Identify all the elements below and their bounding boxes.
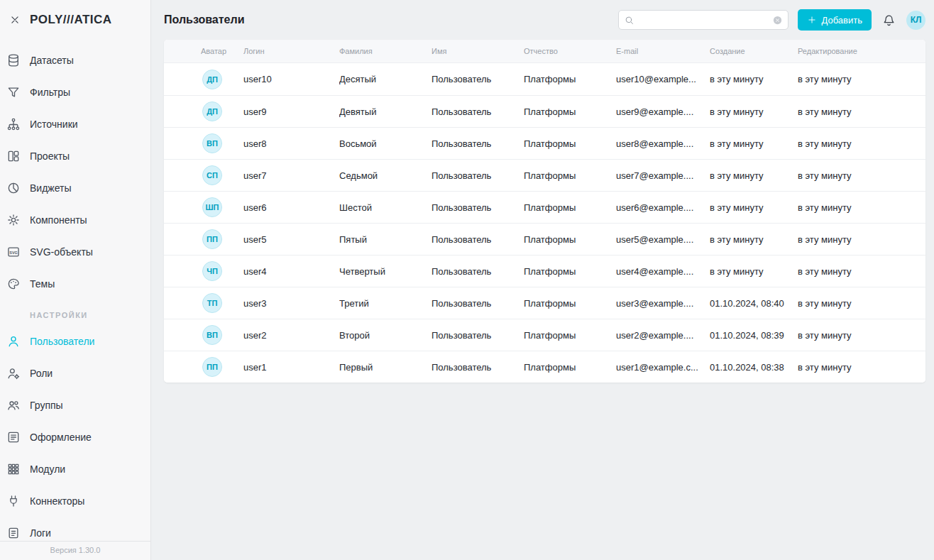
cell-edited: в эту минуту [798, 362, 925, 373]
table-row[interactable]: ТПuser3ТретийПользовательПлатформыuser3@… [164, 287, 925, 319]
add-button-label: Добавить [822, 15, 862, 26]
search-input[interactable] [639, 14, 768, 26]
notifications-button[interactable] [881, 12, 897, 28]
cell-surname: Первый [339, 362, 432, 373]
cell-name: Пользователь [432, 362, 524, 373]
roles-icon [6, 366, 21, 380]
cell-patronymic: Платформы [524, 362, 616, 373]
cell-login: user8 [243, 138, 339, 149]
table-row[interactable]: ДПuser9ДевятыйПользовательПлатформыuser9… [164, 95, 925, 127]
sidebar-item-appearance[interactable]: Оформление [0, 421, 150, 453]
users-icon [6, 334, 21, 348]
sidebar-item-label: Коннекторы [30, 495, 84, 507]
sidebar-item-themes[interactable]: Темы [0, 268, 150, 300]
cell-login: user2 [243, 330, 339, 341]
close-icon [10, 15, 20, 25]
projects-icon [6, 149, 21, 163]
topbar-actions: Добавить КЛ [618, 9, 925, 31]
table-row[interactable]: СПuser7СедьмойПользовательПлатформыuser7… [164, 159, 925, 191]
table-row[interactable]: ВПuser8ВосьмойПользовательПлатформыuser8… [164, 127, 925, 159]
sidebar-item-sources[interactable]: Источники [0, 108, 150, 140]
sidebar-item-datasets[interactable]: Датасеты [0, 44, 150, 76]
table-row[interactable]: ДПuser10ДесятыйПользовательПлатформыuser… [164, 63, 925, 95]
search-icon [624, 15, 634, 26]
cell-surname: Четвертый [339, 266, 432, 277]
close-button[interactable] [9, 13, 21, 26]
cell-created: 01.10.2024, 08:40 [710, 298, 798, 309]
cell-created: в эту минуту [710, 234, 798, 245]
avatar-badge: СП [202, 165, 222, 185]
table-row[interactable]: ШПuser6ШестойПользовательПлатформыuser6@… [164, 191, 925, 223]
cell-edited: в эту минуту [798, 330, 925, 341]
table-row[interactable]: ППuser1ПервыйПользовательПлатформыuser1@… [164, 351, 925, 383]
sidebar-item-users[interactable]: Пользователи [0, 325, 150, 357]
sidebar-item-label: Датасеты [30, 55, 74, 66]
cell-surname: Пятый [339, 234, 432, 245]
bell-icon [882, 13, 896, 27]
datasets-icon [6, 53, 21, 67]
cell-email: user5@example.... [616, 234, 710, 245]
search-box [618, 10, 789, 30]
sidebar-item-label: Модули [30, 463, 65, 475]
widgets-icon [6, 181, 21, 195]
cell-name: Пользователь [432, 330, 524, 341]
version-label: Версия 1.30.0 [0, 541, 150, 560]
sidebar-item-modules[interactable]: Модули [0, 453, 150, 485]
cell-patronymic: Платформы [524, 74, 616, 84]
cell-patronymic: Платформы [524, 106, 616, 117]
cell-name: Пользователь [432, 74, 524, 84]
sidebar-item-filters[interactable]: Фильтры [0, 76, 150, 108]
user-avatar[interactable]: КЛ [906, 11, 925, 30]
cell-email: user4@example.... [616, 266, 710, 277]
sidebar-item-projects[interactable]: Проекты [0, 140, 150, 172]
page-title: Пользователи [164, 13, 244, 26]
table-row[interactable]: ВПuser2ВторойПользовательПлатформыuser2@… [164, 319, 925, 351]
cell-email: user6@example.... [616, 202, 710, 213]
avatar-badge: ПП [202, 357, 222, 377]
sidebar-item-label: Темы [30, 278, 55, 290]
cell-avatar: СП [201, 165, 243, 185]
sidebar-item-roles[interactable]: Роли [0, 357, 150, 389]
sidebar-item-label: Проекты [30, 150, 70, 162]
sidebar-item-groups[interactable]: Группы [0, 389, 150, 421]
sidebar-section-label: НАСТРОЙКИ [0, 300, 150, 325]
cell-name: Пользователь [432, 234, 524, 245]
sidebar-item-widgets[interactable]: Виджеты [0, 172, 150, 204]
table-header-row: АватарЛогинФамилияИмяОтчествоE-mailСозда… [164, 40, 925, 63]
cell-surname: Седьмой [339, 170, 432, 181]
avatar-badge: ВП [202, 325, 222, 345]
add-user-button[interactable]: Добавить [798, 9, 872, 31]
cell-login: user4 [243, 266, 339, 277]
sources-icon [6, 117, 21, 131]
avatar-badge: ДП [202, 101, 222, 121]
cell-name: Пользователь [432, 138, 524, 149]
cell-patronymic: Платформы [524, 138, 616, 149]
cell-patronymic: Платформы [524, 266, 616, 277]
avatar-badge: ВП [202, 133, 222, 153]
sidebar-item-label: Пользователи [30, 336, 94, 347]
sidebar-item-label: Роли [30, 368, 53, 379]
cell-surname: Восьмой [339, 138, 432, 149]
avatar-badge: ПП [202, 229, 222, 249]
table-row[interactable]: ППuser5ПятыйПользовательПлатформыuser5@e… [164, 223, 925, 255]
sidebar-item-connectors[interactable]: Коннекторы [0, 485, 150, 517]
cell-created: в эту минуту [710, 202, 798, 213]
sidebar-item-label: Источники [30, 119, 78, 130]
sidebar-item-svg-objects[interactable]: SVGSVG-объекты [0, 236, 150, 268]
cell-avatar: ВП [201, 133, 243, 153]
table-row[interactable]: ЧПuser4ЧетвертыйПользовательПлатформыuse… [164, 255, 925, 287]
column-header: Логин [243, 47, 339, 55]
cell-login: user9 [243, 106, 339, 117]
topbar: Пользователи Добавить КЛ [151, 0, 934, 40]
cell-edited: в эту минуту [798, 266, 925, 277]
cell-name: Пользователь [432, 266, 524, 277]
cell-login: user5 [243, 234, 339, 245]
sidebar-item-logs[interactable]: Логи [0, 517, 150, 541]
sidebar-item-label: SVG-объекты [30, 246, 93, 258]
search-clear-button[interactable] [772, 15, 783, 26]
sidebar-item-components[interactable]: Компоненты [0, 204, 150, 236]
users-table: АватарЛогинФамилияИмяОтчествоE-mailСозда… [164, 40, 925, 383]
cell-login: user3 [243, 298, 339, 309]
cell-patronymic: Платформы [524, 202, 616, 213]
cell-patronymic: Платформы [524, 330, 616, 341]
